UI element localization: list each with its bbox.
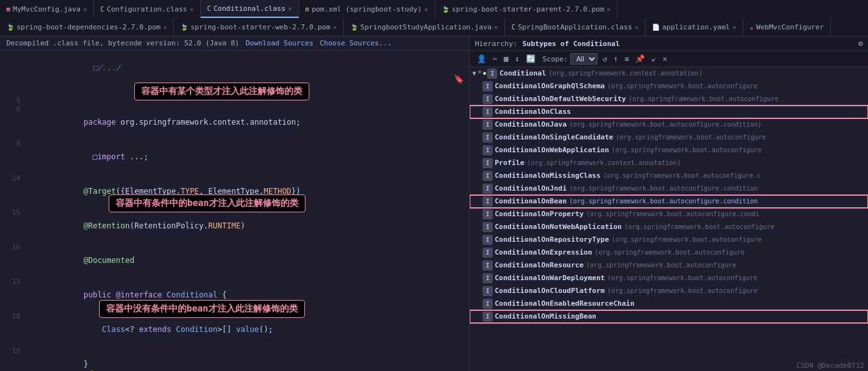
tab-label: spring-boot-starter-web-2.7.0.pom <box>190 23 330 31</box>
pin-btn[interactable]: 📌 <box>633 54 647 64</box>
close-icon[interactable]: ✕ <box>424 6 428 13</box>
sort-btn[interactable]: ✂ <box>491 54 499 64</box>
expand-btn[interactable]: ▦ <box>502 54 510 64</box>
tree-item-16[interactable]: I ConditionalOnWarDeployment (org.spring… <box>470 272 868 285</box>
tree-item-10[interactable]: I ConditionalOnBean (org.springframework… <box>470 195 868 208</box>
tree-item-name: ConditionalOnExpression <box>495 247 592 258</box>
refresh-btn[interactable]: ↺ <box>600 54 608 64</box>
tree-item-9[interactable]: I ConditionalOnJndi (org.springframework… <box>470 182 868 195</box>
close-panel-btn[interactable]: ✕ <box>660 54 669 64</box>
tab-label: SpringbootStudyApplication.java <box>360 23 492 31</box>
close-icon[interactable]: ✕ <box>163 24 167 31</box>
tree-item-root[interactable]: ▼ * ● I Conditional (org.springframework… <box>470 67 868 80</box>
tab-springboot-application-class[interactable]: C SpringBootApplication.class ✕ <box>505 18 646 36</box>
tree-item-name: ConditionalOnProperty <box>495 209 584 220</box>
tree-item-name: ConditionalOnResource <box>495 260 584 271</box>
tree-item-pkg: (org.springframework.boot.autoconfigure <box>607 81 757 92</box>
tree-item-name: ConditionalOnDefaultWebSecurity <box>495 93 626 105</box>
tree-item-pkg: (org.springframework.boot.autoconfigure <box>594 247 745 258</box>
line-number: 14 <box>0 174 26 209</box>
tab-label: SpringBootApplication.class <box>518 23 632 31</box>
tree-item-2[interactable]: I ConditionalOnDefaultWebSecurity (org.s… <box>470 93 868 106</box>
main-area: Decompiled .class file, bytecode version… <box>0 36 868 371</box>
interface-icon: I <box>483 94 493 104</box>
tab-starter-parent[interactable]: 🍃 spring-boot-starter-parent-2.7.0.pom ✕ <box>435 0 617 18</box>
tab-springboot-app[interactable]: 🍃 SpringbootStudyApplication.java ✕ <box>344 18 505 36</box>
line-content: @Target({ElementType.TYPE, ElementType.M… <box>26 174 469 209</box>
tree-item-name: ConditionalOnWebApplication <box>495 145 609 156</box>
interface-icon: I <box>483 158 493 168</box>
choose-sources-link[interactable]: Choose Sources... <box>320 39 392 47</box>
line-number <box>0 51 26 97</box>
tab-conditional[interactable]: C Conditional.class ✕ <box>201 0 299 18</box>
tree-item-4[interactable]: I ConditionalOnJava (org.springframework… <box>470 118 868 131</box>
tree-item-pkg: (org.springframework.boot.autoconfigure.… <box>570 119 762 130</box>
tree-item-8[interactable]: I ConditionalOnMissingClass (org.springf… <box>470 170 868 182</box>
interface-icon: I <box>483 235 493 245</box>
tree-item-3[interactable]: I ConditionalOnClass <box>470 106 868 118</box>
asterisk: * <box>477 68 482 79</box>
tree-item-7[interactable]: I Profile (org.springframework.context.a… <box>470 157 868 170</box>
close-icon[interactable]: ✕ <box>83 6 87 13</box>
editor-area: Decompiled .class file, bytecode version… <box>0 36 470 371</box>
xml-icon: 🍃 <box>6 24 14 31</box>
tree-item-name: ConditionalOnRepositoryType <box>495 234 609 246</box>
tree-item-5[interactable]: I ConditionalOnSingleCandidate (org.spri… <box>470 131 868 144</box>
interface-icon: I <box>483 120 493 130</box>
tree-item-name: ConditionalOnMissingClass <box>495 170 601 182</box>
tree-item-name: Conditional <box>499 68 546 79</box>
bullet: ● <box>483 68 486 79</box>
close-icon[interactable]: ✕ <box>607 6 610 13</box>
tree-item-12[interactable]: I ConditionalOnNotWebApplication (org.sp… <box>470 221 868 233</box>
close-icon[interactable]: ✕ <box>333 24 337 31</box>
tab-mymvcconfig[interactable]: m MyMvcConfig.java ✕ <box>0 0 94 18</box>
line-number: 19 <box>0 347 26 371</box>
tab-bar: m MyMvcConfig.java ✕ C Configuration.cla… <box>0 0 868 36</box>
interface-icon: I <box>487 68 497 79</box>
tab-dependencies[interactable]: 🍃 spring-boot-dependencies-2.7.0.pom ✕ <box>0 18 174 36</box>
xml-icon: 🍃 <box>180 24 188 31</box>
tab-pom[interactable]: m pom.xml (springboot-study) ✕ <box>299 0 435 18</box>
close-icon[interactable]: ✕ <box>732 24 736 31</box>
tab-application-yaml[interactable]: 📄 application.yaml ✕ <box>646 18 743 36</box>
line-content: □/.../ 🔖 <box>26 51 469 97</box>
line-number: 6 <box>0 105 26 139</box>
locate-btn[interactable]: 👤 <box>475 54 488 64</box>
tree-item-17[interactable]: I ConditionalOnCloudPlatform (org.spring… <box>470 285 868 297</box>
tree-item-15[interactable]: I ConditionalOnResource (org.springframe… <box>470 259 868 272</box>
tree-item-13[interactable]: I ConditionalOnRepositoryType (org.sprin… <box>470 233 868 246</box>
interface-icon: I <box>483 171 493 181</box>
tab-row-2: 🍃 spring-boot-dependencies-2.7.0.pom ✕ 🍃… <box>0 18 831 36</box>
gear-icon[interactable]: ⚙ <box>858 39 863 48</box>
close-icon[interactable]: ✕ <box>190 6 194 13</box>
interface-icon: I <box>483 222 493 232</box>
right-panel: Hierarchy: Subtypes of Conditional ⚙ 👤 ✂… <box>470 36 868 371</box>
tree-item-18[interactable]: I ConditionalOnEnabledResourceChain <box>470 297 868 310</box>
download-sources-link[interactable]: Download Sources <box>245 39 313 47</box>
tree-container[interactable]: ▼ * ● I Conditional (org.springframework… <box>470 67 868 371</box>
interface-icon: I <box>483 132 493 143</box>
tab-starter-web[interactable]: 🍃 spring-boot-starter-web-2.7.0.pom ✕ <box>174 18 344 36</box>
tab-webmvc[interactable]: ☕ WebMvcConfigurer <box>743 18 831 36</box>
tree-item-6[interactable]: I ConditionalOnWebApplication (org.sprin… <box>470 144 868 157</box>
tree-item-name: ConditionalOnSingleCandidate <box>495 132 613 143</box>
code-line: 19 } 💡 <box>0 347 469 371</box>
close-icon[interactable]: ✕ <box>635 24 639 31</box>
tree-item-14[interactable]: I ConditionalOnExpression (org.springfra… <box>470 246 868 259</box>
tree-item-19[interactable]: I ConditionalOnMissingBean <box>470 310 868 323</box>
down-btn[interactable]: ≡ <box>623 54 631 64</box>
sort2-btn[interactable]: ↕ <box>513 54 521 64</box>
tab-configuration[interactable]: C Configuration.class ✕ <box>94 0 201 18</box>
line-content: } 💡 <box>26 347 469 371</box>
tree-item-1[interactable]: I ConditionalOnGraphQlSchema (org.spring… <box>470 80 868 93</box>
close-icon[interactable]: ✕ <box>494 24 498 31</box>
tree-item-11[interactable]: I ConditionalOnProperty (org.springframe… <box>470 208 868 221</box>
arrow-btn[interactable]: ↙ <box>649 54 658 64</box>
scope-select[interactable]: All <box>570 53 598 65</box>
close-icon[interactable]: ✕ <box>288 5 292 12</box>
filter-btn[interactable]: 🔄 <box>524 54 538 64</box>
class-icon: C <box>207 5 211 12</box>
code-container[interactable]: 容器中有某个类型才注入此注解修饰的类 容器中有条件中的bean才注入此注解修饰的… <box>0 51 469 371</box>
up-btn[interactable]: ↑ <box>612 54 620 64</box>
tree-item-name: ConditionalOnMissingBean <box>495 311 596 322</box>
